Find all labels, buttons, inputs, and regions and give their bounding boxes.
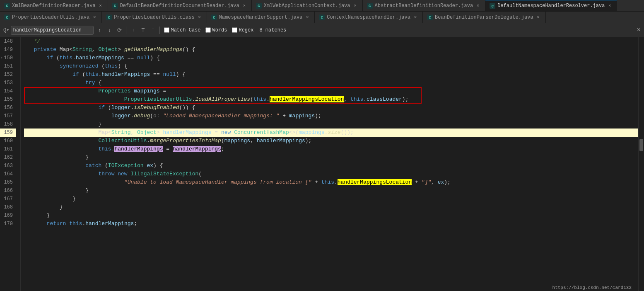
tab-NamespaceHandlerSupport[interactable]: c NamespaceHandlerSupport.java ×: [207, 12, 315, 23]
search-separator: [126, 27, 126, 34]
code-line: }: [24, 120, 638, 129]
regex-checkbox[interactable]: [232, 27, 237, 33]
tab-close-icon[interactable]: ×: [98, 3, 104, 9]
code-line: if (this.handlerMappings == null) {: [24, 54, 638, 62]
search-filter-button[interactable]: +: [129, 26, 137, 34]
tab-icon: c: [319, 15, 325, 20]
tab-close-icon[interactable]: ×: [304, 15, 310, 20]
tab-XmlWebApplicationContext[interactable]: c XmlWebApplicationContext.java ×: [252, 0, 363, 12]
words-checkbox[interactable]: [205, 27, 211, 33]
tab-DefaultNamespaceHandlerResolver[interactable]: c DefaultNamespaceHandlerResolver.java ×: [485, 0, 617, 12]
matches-count: 8 matches: [259, 27, 286, 33]
tab-PropertiesLoaderUtils[interactable]: c PropertiesLoaderUtils.java ×: [0, 12, 102, 23]
search-word-start[interactable]: T: [139, 26, 147, 34]
tab-icon: c: [427, 15, 433, 20]
code-line: if (this.handlerMappings == null) {: [24, 70, 638, 79]
tab-icon: c: [112, 3, 118, 9]
search-close-button[interactable]: ×: [637, 27, 641, 34]
code-line: catch (IOException ex) {: [24, 162, 638, 170]
tab-close-icon[interactable]: ×: [535, 15, 541, 20]
code-line: synchronized (this) {: [24, 62, 638, 70]
search-case-insensitive[interactable]: ᵀ: [149, 26, 157, 34]
tab-icon: c: [256, 3, 262, 9]
code-line: "Unable to load NamespaceHandler mapping…: [24, 178, 638, 187]
tab-close-icon[interactable]: ×: [241, 3, 247, 9]
code-line: Properties mappings =: [24, 87, 638, 95]
tab-icon: c: [4, 15, 10, 20]
search-scope-icon: Q▾: [3, 27, 9, 33]
tab-icon: c: [211, 15, 217, 20]
tab-bar-row2: c PropertiesLoaderUtils.java × c Propert…: [0, 12, 644, 23]
editor-container: c XmlBeanDefinitionReader.java × c Defau…: [0, 0, 644, 291]
tab-AbstractBeanDefinitionReader[interactable]: c AbstractBeanDefinitionReader.java ×: [363, 0, 486, 12]
scrollbar-vertical[interactable]: [638, 37, 644, 291]
tab-icon: c: [4, 3, 10, 9]
code-area: 148149▸150151152153154155156157158159160…: [0, 37, 644, 291]
search-separator2: [159, 27, 160, 34]
code-line: logger.debug(o: "Loaded NamespaceHandler…: [24, 112, 638, 120]
tab-PropertiesLoaderUtilsClass[interactable]: c PropertiesLoaderUtils.class ×: [102, 12, 207, 23]
tab-close-icon[interactable]: ×: [475, 3, 481, 9]
code-line: PropertiesLoaderUtils.loadAllProperties(…: [24, 95, 638, 104]
code-line: CollectionUtils.mergePropertiesIntoMap(m…: [24, 137, 638, 145]
code-line: }: [24, 203, 638, 211]
code-line: Map<String, Object> handlerMappings = ne…: [24, 129, 638, 137]
code-line: }: [24, 195, 638, 203]
regex-label[interactable]: Regex: [232, 27, 253, 33]
search-prev-button[interactable]: ↑: [95, 26, 104, 34]
search-refresh-button[interactable]: ⟳: [115, 26, 123, 34]
match-case-label[interactable]: Match Case: [164, 27, 200, 33]
tab-ContextNamespaceHandler[interactable]: c ContextNamespaceHandler.java ×: [315, 12, 423, 23]
tab-close-icon[interactable]: ×: [352, 3, 358, 9]
watermark: https://blog.csdn.net/card132: [552, 285, 632, 290]
match-case-checkbox[interactable]: [164, 27, 169, 33]
code-line: throw new IllegalStateException(: [24, 170, 638, 178]
search-next-button[interactable]: ↓: [105, 26, 113, 34]
tab-close-icon[interactable]: ×: [92, 15, 97, 20]
code-line: private Map<String, Object> getHandlerMa…: [24, 46, 638, 54]
search-input[interactable]: [13, 27, 87, 33]
tab-XmlBeanDefinitionReader[interactable]: c XmlBeanDefinitionReader.java ×: [0, 0, 108, 12]
code-line: }: [24, 153, 638, 162]
code-content[interactable]: */ private Map<String, Object> getHandle…: [21, 37, 638, 228]
code-line: }: [24, 211, 638, 220]
line-numbers: 148149▸150151152153154155156157158159160…: [0, 37, 21, 291]
code-line: if (logger.isDebugEnabled()) {: [24, 104, 638, 112]
search-bar: Q▾ ↑ ↓ ⟳ + T ᵀ Match Case Words Regex 8 …: [0, 23, 644, 37]
tab-icon: c: [490, 3, 495, 9]
search-input-wrapper: [11, 26, 94, 35]
tab-icon: c: [106, 15, 112, 20]
code-line: this.handlerMappings = handlerMappings;: [24, 145, 638, 153]
tab-bar-row1: c XmlBeanDefinitionReader.java × c Defau…: [0, 0, 644, 12]
tab-BeanDefinitionParserDelegate[interactable]: c BeanDefinitionParserDelegate.java ×: [423, 12, 546, 23]
tab-icon: c: [367, 3, 373, 9]
tab-close-icon[interactable]: ×: [197, 15, 203, 20]
tab-DefaultBeanDefinitionDocumentReader[interactable]: c DefaultBeanDefinitionDocumentReader.ja…: [108, 0, 252, 12]
code-wrapper: */ private Map<String, Object> getHandle…: [21, 37, 638, 291]
code-line: }: [24, 187, 638, 195]
tab-close-icon[interactable]: ×: [412, 15, 418, 20]
tab-close-icon[interactable]: ×: [607, 3, 613, 9]
code-line: return this.handlerMappings;: [24, 220, 638, 228]
code-line: try {: [24, 79, 638, 87]
code-line: */: [24, 37, 638, 46]
words-label[interactable]: Words: [205, 27, 227, 33]
